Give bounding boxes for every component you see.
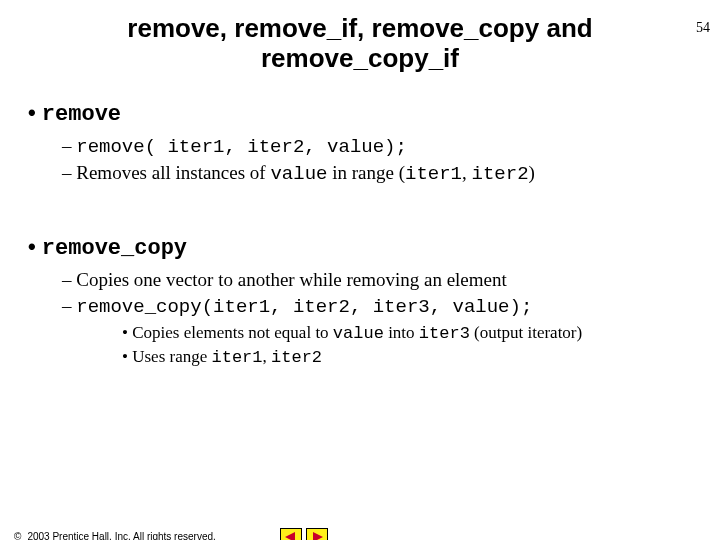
triangle-right-icon xyxy=(313,532,323,540)
slide-content: remove remove( iter1, iter2, value); Rem… xyxy=(0,74,720,370)
list-item: Copies one vector to another while remov… xyxy=(62,267,692,293)
footer-text: 2003 Prentice Hall, Inc. All rights rese… xyxy=(27,531,215,540)
prev-slide-button[interactable] xyxy=(280,528,302,540)
nav-buttons xyxy=(280,528,328,540)
copyright-icon: © xyxy=(14,531,21,540)
section-heading: remove xyxy=(42,102,121,127)
section-remove-copy: remove_copy Copies one vector to another… xyxy=(28,234,692,370)
list-item: remove( iter1, iter2, value); xyxy=(62,133,692,161)
list-item: Uses range iter1, iter2 xyxy=(122,346,692,370)
bullet-list: remove remove( iter1, iter2, value); Rem… xyxy=(28,100,692,370)
next-slide-button[interactable] xyxy=(306,528,328,540)
triangle-left-icon xyxy=(285,532,295,540)
list-item: Removes all instances of value in range … xyxy=(62,160,692,188)
section-remove: remove remove( iter1, iter2, value); Rem… xyxy=(28,100,692,188)
page-number: 54 xyxy=(696,20,710,36)
slide-title: remove, remove_if, remove_copy and remov… xyxy=(0,14,720,74)
slide: 54 remove, remove_if, remove_copy and re… xyxy=(0,14,720,540)
list-item: remove_copy(iter1, iter2, iter3, value);… xyxy=(62,293,692,371)
list-item: Copies elements not equal to value into … xyxy=(122,322,692,346)
footer: © 2003 Prentice Hall, Inc. All rights re… xyxy=(14,531,216,540)
section-heading: remove_copy xyxy=(42,236,187,261)
spacer xyxy=(28,188,692,216)
